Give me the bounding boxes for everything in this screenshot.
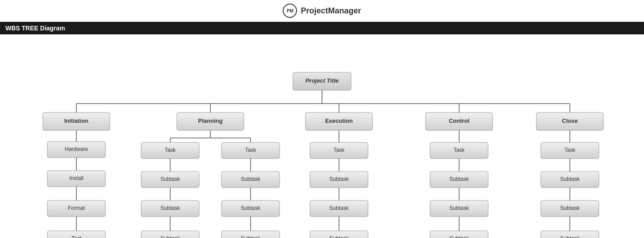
- app-header: PM ProjectManager: [0, 0, 644, 22]
- control-subtask2-label: Subtask: [449, 205, 469, 211]
- control-task-label: Task: [454, 147, 465, 153]
- initiation-label: Initiation: [64, 117, 88, 124]
- control-label: Control: [449, 117, 469, 124]
- execution-subtask3-label: Subtask: [329, 235, 349, 238]
- logo-icon: PM: [283, 4, 297, 18]
- planning-subtask-r1-label: Subtask: [241, 176, 260, 182]
- control-subtask3-label: Subtask: [449, 235, 469, 238]
- app-title: ProjectManager: [301, 6, 361, 16]
- format-label: Format: [68, 205, 85, 211]
- planning-subtask-r2-label: Subtask: [241, 205, 260, 211]
- close-subtask3-label: Subtask: [560, 235, 580, 238]
- planning-subtask-r3-label: Subtask: [241, 235, 260, 238]
- close-subtask2-label: Subtask: [560, 205, 580, 211]
- execution-subtask2-label: Subtask: [329, 205, 349, 211]
- planning-label: Planning: [198, 117, 223, 124]
- control-subtask1-label: Subtask: [449, 176, 469, 182]
- hardware-label: Hardware: [65, 146, 88, 152]
- close-subtask1-label: Subtask: [560, 176, 580, 182]
- wbs-diagram: Project Title Initiation Planning Execut…: [0, 34, 644, 238]
- install-label: Install: [69, 175, 83, 181]
- planning-subtask-l3-label: Subtask: [160, 235, 180, 238]
- wbs-svg: Project Title Initiation Planning Execut…: [5, 39, 639, 238]
- planning-subtask-l1-label: Subtask: [160, 176, 180, 182]
- close-task-label: Task: [565, 147, 576, 153]
- root-label: Project Title: [305, 77, 339, 84]
- page-title: WBS TREE Diagram: [5, 25, 65, 32]
- execution-task-label: Task: [334, 147, 345, 153]
- page-title-bar: WBS TREE Diagram: [0, 22, 644, 34]
- close-label: Close: [562, 117, 577, 124]
- planning-task-right-label: Task: [245, 147, 257, 153]
- test-label: Test: [71, 235, 82, 238]
- planning-task-left-label: Task: [165, 147, 176, 153]
- execution-subtask1-label: Subtask: [329, 176, 349, 182]
- execution-label: Execution: [325, 117, 353, 124]
- planning-subtask-l2-label: Subtask: [160, 205, 180, 211]
